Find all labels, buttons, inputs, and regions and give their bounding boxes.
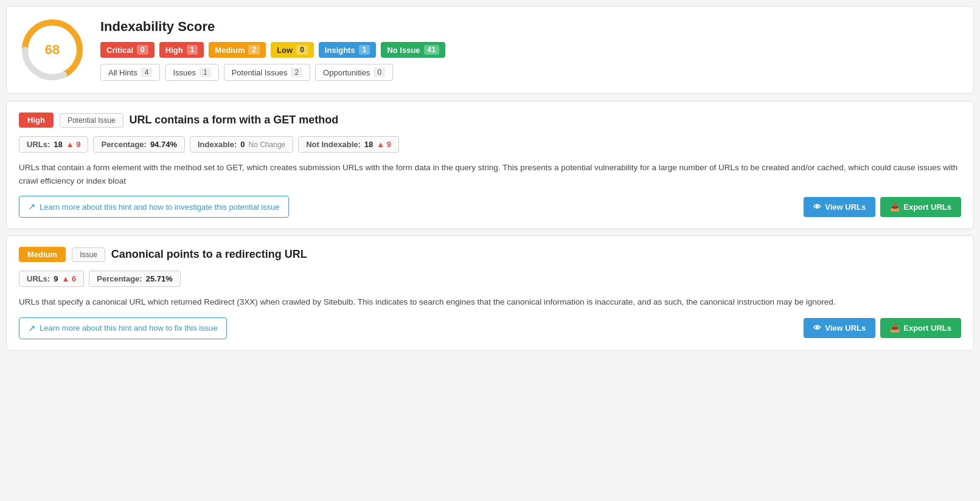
badge-count-low: 0 xyxy=(296,45,308,55)
hint-type-1: Issue xyxy=(72,247,105,262)
score-card: 68 Indexability Score Critical0High1Medi… xyxy=(6,6,974,94)
filter-count-potential: 2 xyxy=(291,67,302,77)
hint-title-1: Canonical points to a redirecting URL xyxy=(111,248,307,261)
hint-header-1: Medium Issue Canonical points to a redir… xyxy=(19,247,961,262)
badge-count-insights: 1 xyxy=(359,45,370,55)
filter-row[interactable]: All Hints4Issues1Potential Issues2Opport… xyxy=(100,64,961,81)
hint-stats-1: URLs: 96 Percentage: 25.71% xyxy=(19,271,961,287)
learn-more-text-0: Learn more about this hint and how to in… xyxy=(40,202,280,212)
hint-type-0: Potential Issue xyxy=(60,113,123,128)
hints-container: High Potential Issue URL contains a form… xyxy=(6,101,974,351)
filter-count-opportunities: 0 xyxy=(374,67,385,77)
stat-box-0-2: Indexable: 0No Change xyxy=(190,136,293,153)
export-icon-1: 📥 xyxy=(890,323,900,333)
badge-noissue[interactable]: No Issue41 xyxy=(381,42,445,58)
stat-box-1-1: Percentage: 25.71% xyxy=(89,271,181,287)
badge-count-high: 1 xyxy=(187,45,198,55)
stat-change-1-0: 6 xyxy=(62,274,77,283)
stat-change-0-3: 9 xyxy=(377,140,391,149)
external-link-icon-1: ↗ xyxy=(28,323,36,334)
export-icon-0: 📥 xyxy=(890,202,900,212)
stat-nochange-0-2: No Change xyxy=(249,140,286,149)
stat-val-0-0: 18 xyxy=(54,140,62,149)
export-urls-btn-0[interactable]: 📥 Export URLs xyxy=(880,197,961,217)
stat-box-1-0: URLs: 96 xyxy=(19,271,84,287)
badge-label-medium: Medium xyxy=(215,46,245,55)
stat-val-0-1: 94.74% xyxy=(150,140,177,149)
filter-btn-potential[interactable]: Potential Issues2 xyxy=(224,64,310,81)
filter-btn-opportunities[interactable]: Opportunities0 xyxy=(315,64,393,81)
score-value: 68 xyxy=(45,42,60,58)
hint-title-0: URL contains a form with a GET method xyxy=(130,114,339,126)
action-btns-1: 👁 View URLs 📥 Export URLs xyxy=(804,318,961,338)
filter-count-issues: 1 xyxy=(200,67,211,77)
filter-count-all: 4 xyxy=(141,67,153,77)
filter-label-issues: Issues xyxy=(173,68,196,77)
view-urls-btn-0[interactable]: 👁 View URLs xyxy=(804,197,875,217)
filter-label-all: All Hints xyxy=(108,68,137,77)
filter-label-potential: Potential Issues xyxy=(232,68,288,77)
eye-icon-0: 👁 xyxy=(813,202,821,212)
export-urls-btn-1[interactable]: 📥 Export URLs xyxy=(880,318,961,338)
hint-severity-0: High xyxy=(19,112,54,128)
view-urls-label-0: View URLs xyxy=(825,202,866,212)
stat-label-0-2: Indexable: xyxy=(198,140,237,149)
hint-desc-0: URLs that contain a form element with th… xyxy=(19,161,961,187)
stat-label-0-0: URLs: xyxy=(27,140,50,149)
view-urls-btn-1[interactable]: 👁 View URLs xyxy=(804,318,875,338)
badge-label-insights: Insights xyxy=(325,46,355,55)
hint-desc-1: URLs that specify a canonical URL which … xyxy=(19,295,961,309)
stat-label-0-1: Percentage: xyxy=(101,140,146,149)
badge-count-noissue: 41 xyxy=(424,45,439,55)
learn-more-link-0[interactable]: ↗ Learn more about this hint and how to … xyxy=(19,196,289,218)
stat-val-0-3: 18 xyxy=(364,140,373,149)
stat-change-0-0: 9 xyxy=(66,140,81,149)
filter-btn-issues[interactable]: Issues1 xyxy=(165,64,218,81)
filter-btn-all[interactable]: All Hints4 xyxy=(100,64,160,81)
filter-label-opportunities: Opportunities xyxy=(323,68,370,77)
stat-label-0-3: Not Indexable: xyxy=(306,140,361,149)
hint-card-0: High Potential Issue URL contains a form… xyxy=(6,101,974,229)
action-btns-0: 👁 View URLs 📥 Export URLs xyxy=(804,197,961,217)
score-info: Indexability Score Critical0High1Medium2… xyxy=(100,19,961,81)
learn-more-text-1: Learn more about this hint and how to fi… xyxy=(40,323,218,333)
stat-box-0-1: Percentage: 94.74% xyxy=(93,136,185,153)
stat-box-0-3: Not Indexable: 189 xyxy=(298,136,399,153)
hint-header-0: High Potential Issue URL contains a form… xyxy=(19,112,961,128)
badge-label-high: High xyxy=(165,46,183,55)
badge-row: Critical0High1Medium2Low0Insights1No Iss… xyxy=(100,42,961,58)
export-urls-label-1: Export URLs xyxy=(903,323,951,333)
badge-count-critical: 0 xyxy=(137,45,148,55)
badge-count-medium: 2 xyxy=(248,45,260,55)
stat-label-1-1: Percentage: xyxy=(97,274,142,283)
hint-stats-0: URLs: 189 Percentage: 94.74% Indexable: … xyxy=(19,136,961,153)
badge-label-critical: Critical xyxy=(106,46,133,55)
badge-high[interactable]: High1 xyxy=(159,42,204,58)
hint-footer-0: ↗ Learn more about this hint and how to … xyxy=(19,196,961,218)
eye-icon-1: 👁 xyxy=(813,323,821,333)
export-urls-label-0: Export URLs xyxy=(903,202,951,212)
stat-box-0-0: URLs: 189 xyxy=(19,136,88,153)
hint-card-1: Medium Issue Canonical points to a redir… xyxy=(6,235,974,351)
view-urls-label-1: View URLs xyxy=(825,323,866,333)
stat-val-0-2: 0 xyxy=(240,140,245,149)
badge-medium[interactable]: Medium2 xyxy=(209,42,266,58)
badge-low[interactable]: Low0 xyxy=(271,42,314,58)
stat-label-1-0: URLs: xyxy=(27,274,50,283)
stat-val-1-1: 25.71% xyxy=(146,274,173,283)
badge-insights[interactable]: Insights1 xyxy=(319,42,377,58)
hint-severity-1: Medium xyxy=(19,247,66,262)
external-link-icon-0: ↗ xyxy=(28,201,36,212)
score-title: Indexability Score xyxy=(100,19,961,35)
stat-val-1-0: 9 xyxy=(54,274,58,283)
badge-critical[interactable]: Critical0 xyxy=(100,42,155,58)
badge-label-low: Low xyxy=(277,46,293,55)
learn-more-link-1[interactable]: ↗ Learn more about this hint and how to … xyxy=(19,317,227,339)
hint-footer-1: ↗ Learn more about this hint and how to … xyxy=(19,317,961,339)
badge-label-noissue: No Issue xyxy=(387,46,420,55)
score-donut: 68 xyxy=(19,16,86,83)
